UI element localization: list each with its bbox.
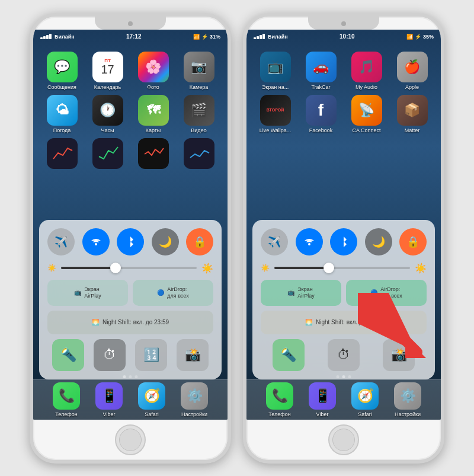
app-facebook[interactable]: f Facebook — [300, 95, 341, 133]
app-photos[interactable]: 🌸 Фото — [133, 52, 174, 90]
app-stocks3[interactable] — [133, 138, 174, 171]
maps-icon: 🗺 — [138, 95, 169, 126]
control-center-right[interactable]: ✈️ 🌙 🔒 ☀️ — [252, 220, 435, 379]
home-button-inner-left — [119, 429, 142, 451]
app-ekran[interactable]: 📺 Экран на... — [255, 52, 296, 90]
carrier-left: Билайн — [55, 34, 75, 40]
app-video[interactable]: 🎬 Видео — [178, 95, 219, 133]
app-matter[interactable]: 📦 Matter — [392, 95, 433, 133]
dock-safari[interactable]: 🧭 Safari — [138, 382, 165, 417]
cc-wifi-right[interactable] — [296, 228, 323, 255]
cc-airdrop-right[interactable]: 🔵 AirDrop:для всех — [346, 280, 427, 306]
dock-viber[interactable]: 📱 Viber — [95, 382, 123, 417]
airplay-icon: 📺 — [74, 289, 81, 296]
app-stocks4[interactable] — [178, 138, 219, 171]
cc-nightshift-right[interactable]: 🌅 Night Shift: вкл. до 23:59 — [261, 311, 427, 334]
control-center-left[interactable]: ✈️ 🌙 🔒 ☀️ — [39, 220, 222, 379]
wallpaper-left: Билайн 17:12 📶 ⚡ 31% 💬 Сообщения — [33, 30, 228, 420]
app-messages[interactable]: 💬 Сообщения — [41, 52, 82, 90]
cc-brightness-left[interactable]: ☀️ ☀️ — [47, 263, 213, 274]
cc-airplane-left[interactable]: ✈️ — [47, 228, 75, 255]
cc-camera-bottom-right[interactable]: 📸 — [383, 339, 415, 371]
cc-airplane-right[interactable]: ✈️ — [261, 228, 288, 255]
phone-right: Билайн 10:10 📶 ⚡ 35% 📺 Экран на... — [243, 13, 444, 464]
dock-settings-right[interactable]: ⚙️ Настройки — [394, 382, 421, 417]
cc-bluetooth-left[interactable] — [117, 228, 144, 255]
cc-airplay-right[interactable]: 📺 ЭкранAirPlay — [261, 280, 341, 306]
cc-nightshift-left[interactable]: 🌅 Night Shift: вкл. до 23:59 — [47, 311, 213, 334]
brightness-track-right[interactable] — [274, 267, 410, 269]
video-label: Видео — [191, 127, 206, 133]
airdrop-icon-right: 🔵 — [370, 289, 377, 296]
camera-dot-left — [128, 21, 133, 26]
phone-label-right: Телефон — [268, 411, 290, 417]
cc-bluetooth-right[interactable] — [330, 228, 357, 255]
cc-moon-right[interactable]: 🌙 — [365, 228, 392, 255]
dock-phone-right[interactable]: 📞 Телефон — [266, 382, 293, 417]
nightshift-label-left: Night Shift: вкл. до 23:59 — [103, 319, 169, 325]
dock-left: 📞 Телефон 📱 Viber 🧭 Safari ⚙️ Настройки — [33, 379, 228, 420]
airdrop-label-right: AirDrop:для всех — [380, 286, 402, 299]
dock-right: 📞 Телефон 📱 Viber 🧭 Safari ⚙️ Настройки — [246, 379, 441, 420]
status-bar-right: Билайн 10:10 📶 ⚡ 35% — [246, 30, 441, 43]
ekran-icon: 📺 — [260, 52, 291, 82]
cc-flashlight-right[interactable]: 🔦 — [273, 339, 305, 371]
cc-camera-bottom-left[interactable]: 📸 — [177, 339, 209, 371]
matter-label: Matter — [405, 127, 420, 133]
app-trakcar[interactable]: 🚗 TrakCar — [300, 52, 341, 90]
app-maps[interactable]: 🗺 Карты — [133, 95, 174, 133]
dock-settings[interactable]: ⚙️ Настройки — [181, 382, 208, 417]
apple-label: Apple — [405, 84, 419, 90]
cc-tiles-right: 📺 ЭкранAirPlay 🔵 AirDrop:для всех — [261, 280, 427, 306]
cc-airplay-left[interactable]: 📺 ЭкранAirPlay — [47, 280, 128, 306]
app-stocks1[interactable] — [41, 138, 82, 171]
home-button-right[interactable] — [328, 424, 359, 455]
dock-phone[interactable]: 📞 Телефон — [53, 382, 80, 417]
facebook-label: Facebook — [309, 127, 333, 133]
cc-brightness-right[interactable]: ☀️ ☀️ — [261, 263, 427, 274]
app-calendar[interactable]: ПТ 17 Календарь — [87, 52, 128, 90]
safari-icon: 🧭 — [138, 382, 165, 410]
cc-toggles-left: ✈️ 🌙 🔒 — [47, 228, 213, 255]
photos-label: Фото — [147, 84, 159, 90]
carrier-right: Билайн — [268, 34, 288, 40]
video-icon: 🎬 — [184, 95, 214, 126]
nightshift-icon-right: 🌅 — [305, 319, 312, 325]
brightness-track-left[interactable] — [61, 267, 197, 269]
home-button-left[interactable] — [115, 424, 146, 455]
wifi-icon-left: 📶 — [193, 34, 200, 40]
safari-label: Safari — [145, 411, 159, 417]
cc-stopwatch-right[interactable]: ⏱ — [328, 339, 360, 371]
app-myaudio[interactable]: 🎵 My Audio — [346, 52, 387, 90]
cc-flashlight-left[interactable]: 🔦 — [52, 339, 84, 371]
facebook-icon: f — [306, 95, 337, 126]
cc-rotation-left[interactable]: 🔒 — [186, 228, 213, 255]
live-label: Live Wallpa... — [260, 127, 292, 133]
bluetooth-icon-right: ⚡ — [415, 34, 421, 40]
time-right: 10:10 — [340, 33, 355, 40]
cc-wifi-left[interactable] — [82, 228, 110, 255]
status-right-left: 📶 ⚡ 31% — [193, 34, 220, 40]
weather-label: Погода — [53, 127, 71, 133]
app-caconnect[interactable]: 📡 CA Connect — [346, 95, 387, 133]
screen-left: Билайн 17:12 📶 ⚡ 31% 💬 Сообщения — [33, 30, 228, 420]
viber-icon: 📱 — [95, 382, 123, 410]
app-camera[interactable]: 📷 Камера — [178, 52, 219, 90]
cc-rotation-right[interactable]: 🔒 — [399, 228, 427, 255]
trakcar-icon: 🚗 — [306, 52, 337, 82]
cc-airdrop-left[interactable]: 🔵 AirDrop:для всех — [133, 280, 213, 306]
app-weather[interactable]: 🌤 Погода — [41, 95, 82, 133]
cc-calculator-left[interactable]: 🔢 — [135, 339, 167, 371]
cc-moon-left[interactable]: 🌙 — [152, 228, 179, 255]
phone-icon-right: 📞 — [266, 382, 293, 410]
dock-safari-right[interactable]: 🧭 Safari — [351, 382, 379, 417]
app-apple[interactable]: 🍎 Apple — [392, 52, 433, 90]
app-live[interactable]: ВТОРОЙ Live Wallpa... — [255, 95, 296, 133]
airplay-label-right: ЭкранAirPlay — [297, 286, 315, 299]
app-clock[interactable]: 🕐 Часы — [87, 95, 128, 133]
settings-label-right: Настройки — [395, 411, 421, 417]
battery-right: 35% — [423, 34, 434, 40]
app-stocks2[interactable] — [87, 138, 128, 171]
dock-viber-right[interactable]: 📱 Viber — [309, 382, 336, 417]
cc-timer-left[interactable]: ⏱ — [94, 339, 126, 371]
